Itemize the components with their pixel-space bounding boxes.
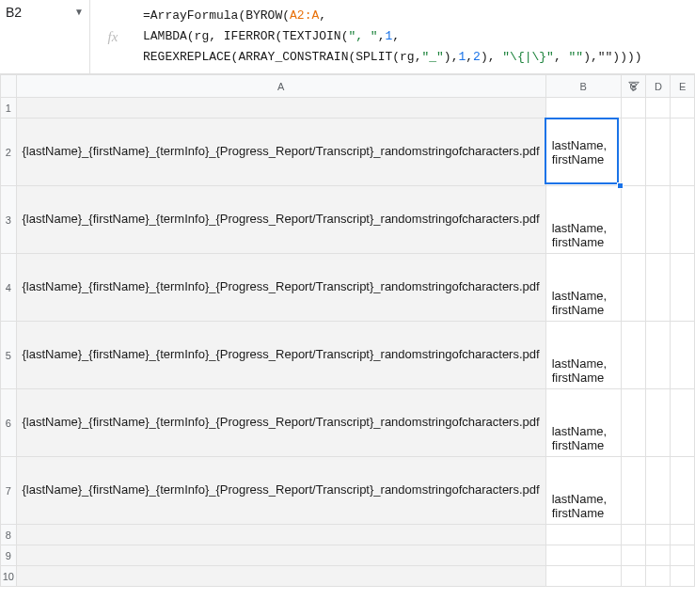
- cell-e[interactable]: [671, 118, 695, 186]
- formula-input[interactable]: =ArrayFormula(BYROW(A2:A, LAMBDA(rg, IFE…: [135, 0, 695, 73]
- cell-e[interactable]: [671, 322, 695, 389]
- formula-line-3: REGEXREPLACE(ARRAY_CONSTRAIN(SPLIT(rg,"_…: [143, 47, 687, 68]
- cell-d[interactable]: [646, 322, 671, 389]
- cell-c[interactable]: [621, 545, 646, 566]
- cell-b[interactable]: lastName, firstName: [545, 186, 621, 254]
- row-header[interactable]: 9: [1, 545, 17, 566]
- cell-e[interactable]: [671, 525, 695, 545]
- table-row: 6{lastName}_{firstName}_{termInfo}_{Prog…: [1, 389, 695, 457]
- row-header[interactable]: 4: [1, 254, 17, 322]
- fx-icon[interactable]: fx: [90, 0, 135, 73]
- column-header-e[interactable]: E: [671, 75, 695, 98]
- cell-b[interactable]: [545, 545, 621, 566]
- cell-b[interactable]: lastName, firstName: [545, 254, 621, 322]
- cell-a[interactable]: {lastName}_{firstName}_{termInfo}_{Progr…: [16, 389, 545, 457]
- cell-d[interactable]: [646, 389, 671, 457]
- cell-d[interactable]: [646, 98, 671, 118]
- cell-e[interactable]: [671, 98, 695, 118]
- cell-a[interactable]: {lastName}_{firstName}_{termInfo}_{Progr…: [16, 186, 545, 254]
- formula-line-1: =ArrayFormula(BYROW(A2:A,: [143, 6, 687, 26]
- cell-e[interactable]: [671, 457, 695, 525]
- cell-e[interactable]: [671, 566, 695, 587]
- cell-b[interactable]: [545, 98, 621, 118]
- row-header[interactable]: 3: [1, 186, 17, 254]
- cell-c[interactable]: [621, 254, 646, 322]
- cell-e[interactable]: [671, 186, 695, 254]
- table-row: 8: [1, 525, 695, 545]
- cell-e[interactable]: [671, 389, 695, 457]
- cell-a[interactable]: {lastName}_{firstName}_{termInfo}_{Progr…: [16, 118, 545, 186]
- cell-reference: B2: [6, 3, 74, 20]
- cell-d[interactable]: [646, 254, 671, 322]
- row-header[interactable]: 10: [1, 566, 17, 587]
- row-header[interactable]: 8: [1, 525, 17, 545]
- column-header-d[interactable]: D: [646, 75, 671, 98]
- formula-bar: B2 ▼ fx =ArrayFormula(BYROW(A2:A, LAMBDA…: [0, 0, 695, 74]
- table-row: 7{lastName}_{firstName}_{termInfo}_{Prog…: [1, 457, 695, 525]
- filter-icon[interactable]: [626, 79, 641, 94]
- cell-c[interactable]: [621, 566, 646, 587]
- cell-d[interactable]: [646, 545, 671, 566]
- cell-a[interactable]: {lastName}_{firstName}_{termInfo}_{Progr…: [16, 254, 545, 322]
- cell-c[interactable]: [621, 322, 646, 389]
- column-header-a[interactable]: A: [16, 75, 545, 98]
- cell-c[interactable]: [621, 98, 646, 118]
- table-row: 10: [1, 566, 695, 587]
- cell-c[interactable]: [621, 389, 646, 457]
- column-header-b[interactable]: B: [545, 75, 621, 98]
- table-row: 2{lastName}_{firstName}_{termInfo}_{Prog…: [1, 118, 695, 186]
- cell-e[interactable]: [671, 545, 695, 566]
- cell-a[interactable]: [16, 566, 545, 587]
- table-row: 5{lastName}_{firstName}_{termInfo}_{Prog…: [1, 322, 695, 389]
- cell-b[interactable]: lastName, firstName: [545, 457, 621, 525]
- cell-a[interactable]: [16, 98, 545, 118]
- cell-b[interactable]: lastName, firstName: [545, 389, 621, 457]
- cell-a[interactable]: {lastName}_{firstName}_{termInfo}_{Progr…: [16, 457, 545, 525]
- cell-d[interactable]: [646, 186, 671, 254]
- cell-a[interactable]: [16, 525, 545, 545]
- table-row: 9: [1, 545, 695, 566]
- formula-line-2: LAMBDA(rg, IFERROR(TEXTJOIN(", ",1,: [143, 26, 687, 47]
- cell-b[interactable]: lastName, firstName: [545, 118, 621, 186]
- cell-a[interactable]: {lastName}_{firstName}_{termInfo}_{Progr…: [16, 322, 545, 389]
- spreadsheet-grid: A B C D E 12{lastName}_{firstName}_{term…: [0, 74, 695, 587]
- cell-d[interactable]: [646, 525, 671, 545]
- cell-d[interactable]: [646, 566, 671, 587]
- column-header-c[interactable]: C: [621, 75, 646, 98]
- row-header[interactable]: 6: [1, 389, 17, 457]
- cell-e[interactable]: [671, 254, 695, 322]
- cell-c[interactable]: [621, 118, 646, 186]
- row-header[interactable]: 7: [1, 457, 17, 525]
- row-header[interactable]: 1: [1, 98, 17, 118]
- grid-table: A B C D E 12{lastName}_{firstName}_{term…: [0, 74, 695, 587]
- cell-a[interactable]: [16, 545, 545, 566]
- row-header[interactable]: 2: [1, 118, 17, 186]
- name-box[interactable]: B2 ▼: [0, 0, 90, 73]
- table-row: 1: [1, 98, 695, 118]
- cell-d[interactable]: [646, 457, 671, 525]
- cell-c[interactable]: [621, 457, 646, 525]
- cell-b[interactable]: [545, 525, 621, 545]
- select-all-corner[interactable]: [1, 75, 17, 98]
- cell-c[interactable]: [621, 186, 646, 254]
- table-row: 3{lastName}_{firstName}_{termInfo}_{Prog…: [1, 186, 695, 254]
- cell-b[interactable]: lastName, firstName: [545, 322, 621, 389]
- fill-handle[interactable]: [617, 182, 624, 189]
- chevron-down-icon[interactable]: ▼: [74, 3, 84, 17]
- row-header[interactable]: 5: [1, 322, 17, 389]
- table-row: 4{lastName}_{firstName}_{termInfo}_{Prog…: [1, 254, 695, 322]
- cell-c[interactable]: [621, 525, 646, 545]
- cell-b[interactable]: [545, 566, 621, 587]
- cell-d[interactable]: [646, 118, 671, 186]
